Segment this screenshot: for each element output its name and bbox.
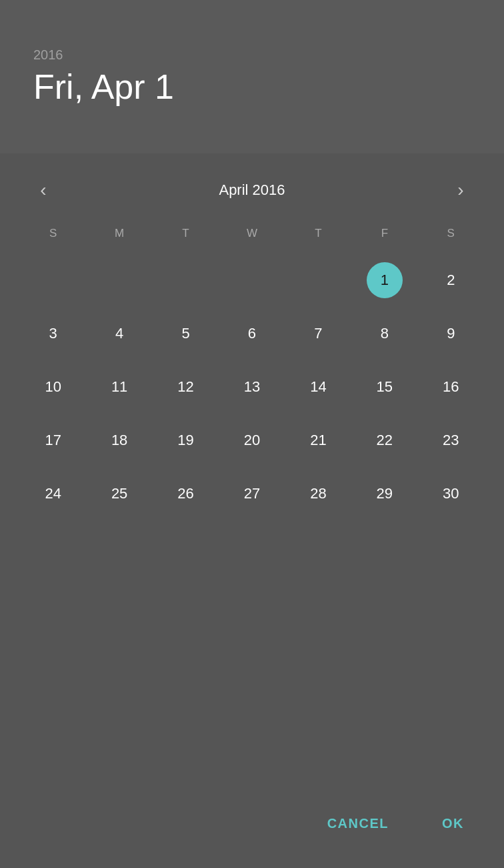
empty-cell-0-2 — [153, 254, 219, 307]
header-date: Fri, Apr 1 — [33, 68, 471, 106]
day-header-sat: S — [418, 220, 484, 247]
empty-cell-0-3 — [219, 254, 285, 307]
day-number-22: 22 — [367, 422, 403, 458]
day-number-3: 3 — [35, 316, 71, 352]
day-header-wed: W — [219, 220, 285, 247]
day-headers-row: S M T W T F S — [20, 220, 484, 247]
calendar-grid: 1234567891011121314151617181920212223242… — [20, 254, 484, 520]
day-number-21: 21 — [300, 422, 336, 458]
day-cell-8[interactable]: 8 — [351, 307, 417, 360]
ok-button[interactable]: OK — [429, 806, 477, 841]
cancel-button[interactable]: CANCEL — [314, 806, 402, 841]
day-cell-21[interactable]: 21 — [285, 414, 351, 467]
day-cell-14[interactable]: 14 — [285, 360, 351, 414]
day-cell-26[interactable]: 26 — [153, 467, 219, 520]
next-month-button[interactable]: › — [444, 173, 477, 207]
day-cell-18[interactable]: 18 — [86, 414, 152, 467]
day-number-4: 4 — [101, 316, 137, 352]
day-cell-24[interactable]: 24 — [20, 467, 86, 520]
day-number-10: 10 — [35, 369, 71, 405]
day-number-6: 6 — [234, 316, 270, 352]
day-number-17: 17 — [35, 422, 71, 458]
day-cell-5[interactable]: 5 — [153, 307, 219, 360]
calendar-body: ‹ April 2016 › S M T W T F S 12345678910… — [0, 153, 504, 793]
day-number-15: 15 — [367, 369, 403, 405]
day-header-thu: T — [285, 220, 351, 247]
day-cell-28[interactable]: 28 — [285, 467, 351, 520]
day-number-7: 7 — [300, 316, 336, 352]
day-cell-25[interactable]: 25 — [86, 467, 152, 520]
day-cell-15[interactable]: 15 — [351, 360, 417, 414]
empty-cell-0-1 — [86, 254, 152, 307]
day-number-1: 1 — [367, 262, 403, 298]
day-cell-23[interactable]: 23 — [418, 414, 484, 467]
day-cell-27[interactable]: 27 — [219, 467, 285, 520]
day-number-25: 25 — [101, 476, 137, 512]
day-cell-16[interactable]: 16 — [418, 360, 484, 414]
day-number-2: 2 — [433, 262, 469, 298]
day-number-23: 23 — [433, 422, 469, 458]
day-header-tue: T — [153, 220, 219, 247]
empty-cell-0-4 — [285, 254, 351, 307]
day-cell-13[interactable]: 13 — [219, 360, 285, 414]
day-number-12: 12 — [168, 369, 204, 405]
day-cell-29[interactable]: 29 — [351, 467, 417, 520]
day-cell-10[interactable]: 10 — [20, 360, 86, 414]
day-cell-20[interactable]: 20 — [219, 414, 285, 467]
dialog-footer: CANCEL OK — [0, 793, 504, 868]
day-number-19: 19 — [168, 422, 204, 458]
day-number-26: 26 — [168, 476, 204, 512]
day-cell-2[interactable]: 2 — [418, 254, 484, 307]
day-number-24: 24 — [35, 476, 71, 512]
day-number-16: 16 — [433, 369, 469, 405]
month-navigation: ‹ April 2016 › — [20, 167, 484, 220]
day-cell-11[interactable]: 11 — [86, 360, 152, 414]
day-cell-19[interactable]: 19 — [153, 414, 219, 467]
day-cell-3[interactable]: 3 — [20, 307, 86, 360]
day-header-fri: F — [351, 220, 417, 247]
day-cell-9[interactable]: 9 — [418, 307, 484, 360]
prev-month-button[interactable]: ‹ — [27, 173, 60, 207]
day-number-18: 18 — [101, 422, 137, 458]
day-header-sun: S — [20, 220, 86, 247]
day-cell-1[interactable]: 1 — [351, 254, 417, 307]
day-number-5: 5 — [168, 316, 204, 352]
day-number-13: 13 — [234, 369, 270, 405]
day-cell-17[interactable]: 17 — [20, 414, 86, 467]
day-number-8: 8 — [367, 316, 403, 352]
day-number-30: 30 — [433, 476, 469, 512]
day-number-28: 28 — [300, 476, 336, 512]
header-year: 2016 — [33, 47, 471, 63]
day-number-29: 29 — [367, 476, 403, 512]
day-number-14: 14 — [300, 369, 336, 405]
day-number-27: 27 — [234, 476, 270, 512]
day-cell-7[interactable]: 7 — [285, 307, 351, 360]
date-picker-dialog: 2016 Fri, Apr 1 ‹ April 2016 › S M T W T… — [0, 0, 504, 868]
day-cell-6[interactable]: 6 — [219, 307, 285, 360]
day-header-mon: M — [86, 220, 152, 247]
day-number-11: 11 — [101, 369, 137, 405]
day-cell-12[interactable]: 12 — [153, 360, 219, 414]
day-cell-22[interactable]: 22 — [351, 414, 417, 467]
day-number-9: 9 — [433, 316, 469, 352]
day-number-20: 20 — [234, 422, 270, 458]
day-cell-30[interactable]: 30 — [418, 467, 484, 520]
date-picker-header: 2016 Fri, Apr 1 — [0, 0, 504, 153]
empty-cell-0-0 — [20, 254, 86, 307]
day-cell-4[interactable]: 4 — [86, 307, 152, 360]
month-year-label: April 2016 — [219, 181, 285, 199]
